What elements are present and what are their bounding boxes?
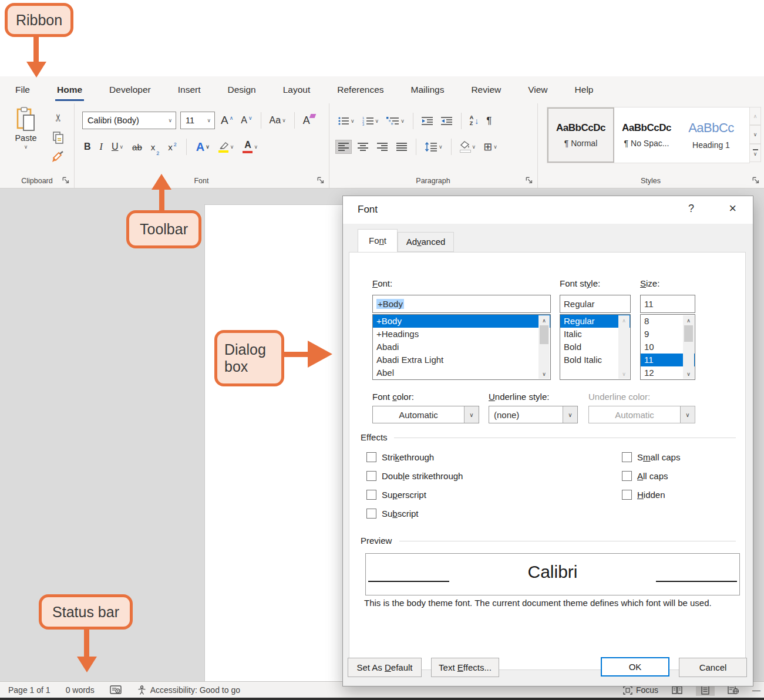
help-icon[interactable]: ? <box>688 203 694 215</box>
font-color-dropdown[interactable]: Automatic ∨ <box>372 406 479 423</box>
strikethrough-checkbox[interactable] <box>366 452 376 462</box>
italic-button[interactable]: I <box>98 140 105 153</box>
double-strikethrough-checkbox[interactable] <box>366 471 376 481</box>
size-list[interactable]: 8 9 10 11 12 ∧ ∨ <box>640 314 695 380</box>
set-as-default-button[interactable]: Set As Default <box>348 658 422 677</box>
size-input[interactable]: 11 <box>640 295 695 313</box>
increase-indent-button[interactable] <box>439 115 455 127</box>
text-effects-button[interactable]: A∨ <box>194 139 211 155</box>
tab-developer[interactable]: Developer <box>109 85 151 95</box>
font-size-combo[interactable]: 11 ∨ <box>180 112 215 129</box>
align-center-button[interactable] <box>355 140 371 153</box>
list-item[interactable]: Abadi <box>373 341 550 354</box>
font-color-button[interactable]: A ∨ <box>241 139 260 154</box>
read-mode-button[interactable] <box>671 685 683 695</box>
tab-view[interactable]: View <box>528 85 547 95</box>
line-spacing-button[interactable]: ∨ <box>423 140 445 153</box>
multilevel-list-button[interactable]: ∨ <box>385 115 406 127</box>
underline-color-dropdown: Automatic ∨ <box>588 406 695 423</box>
font-name-input[interactable]: +Body <box>372 295 551 313</box>
list-item[interactable]: +Body <box>373 315 550 328</box>
style-normal[interactable]: AaBbCcDc ¶ Normal <box>547 107 614 163</box>
close-icon[interactable]: × <box>729 201 736 216</box>
font-style-input[interactable]: Regular <box>560 295 631 313</box>
grow-font-button[interactable]: A∧ <box>219 113 235 128</box>
dialog-title-bar[interactable]: Font ? × <box>343 196 753 224</box>
paragraph-dialog-launcher-icon[interactable] <box>526 177 533 184</box>
font-dialog-launcher-icon[interactable] <box>317 177 325 184</box>
list-item[interactable]: Abel <box>373 366 550 379</box>
cancel-button[interactable]: Cancel <box>679 658 747 677</box>
sort-button[interactable]: AZ ↓ <box>468 113 481 129</box>
all-caps-checkbox[interactable] <box>622 471 632 481</box>
justify-button[interactable] <box>394 140 409 153</box>
format-painter-icon[interactable] <box>52 151 65 163</box>
superscript-button[interactable]: x2 <box>166 141 179 153</box>
small-caps-label: Small caps <box>637 452 680 462</box>
dialog-tab-advanced[interactable]: Advanced <box>398 232 454 252</box>
borders-button[interactable]: ⊞ ∨ <box>482 140 499 154</box>
show-paragraph-marks-button[interactable]: ¶ <box>484 113 493 129</box>
styles-more-icon[interactable]: ∨ <box>749 144 761 162</box>
paste-dropdown-icon[interactable]: ∨ <box>24 144 28 150</box>
paste-button[interactable]: Paste ∨ <box>8 107 43 171</box>
styles-dialog-launcher-icon[interactable] <box>752 177 760 184</box>
web-layout-button[interactable] <box>728 685 739 695</box>
tab-layout[interactable]: Layout <box>283 85 311 95</box>
dialog-tab-font[interactable]: Font <box>358 229 398 252</box>
shrink-font-button[interactable]: A∨ <box>239 114 254 127</box>
numbering-button[interactable]: 123 ∨ <box>361 115 381 127</box>
align-right-button[interactable] <box>375 140 390 153</box>
focus-mode-button[interactable]: Focus <box>623 685 658 695</box>
highlight-color-button[interactable]: ∨ <box>217 140 236 154</box>
style-heading-1[interactable]: AaBbCc Heading 1 <box>679 107 743 163</box>
ok-button[interactable]: OK <box>601 657 669 677</box>
word-count[interactable]: 0 words <box>66 685 95 695</box>
tab-review[interactable]: Review <box>471 85 501 95</box>
font-list[interactable]: +Body +Headings Abadi Abadi Extra Light … <box>372 314 551 380</box>
list-item[interactable]: +Headings <box>373 328 550 341</box>
highlighter-icon <box>218 142 229 153</box>
tab-help[interactable]: Help <box>575 85 594 95</box>
font-name-combo[interactable]: Calibri (Body) ∨ <box>82 112 176 129</box>
tab-references[interactable]: References <box>337 85 383 95</box>
tab-design[interactable]: Design <box>227 85 255 95</box>
tab-mailings[interactable]: Mailings <box>411 85 445 95</box>
text-effects-button-dialog[interactable]: Text Effects... <box>431 658 499 677</box>
small-caps-checkbox[interactable] <box>622 452 632 462</box>
shading-button[interactable]: ∨ <box>458 139 478 154</box>
change-case-button[interactable]: Aa∨ <box>268 114 288 127</box>
strikethrough-button[interactable]: ab <box>130 141 144 153</box>
font-style-list[interactable]: Regular Italic Bold Bold Italic ∧ ∨ <box>560 314 631 380</box>
clipboard-dialog-launcher-icon[interactable] <box>62 177 70 184</box>
font-style-scrollbar[interactable]: ∧ ∨ <box>618 315 630 379</box>
copy-icon[interactable] <box>52 131 64 144</box>
underline-style-dropdown[interactable]: (none) ∨ <box>489 406 578 423</box>
tab-insert[interactable]: Insert <box>178 85 201 95</box>
page-count[interactable]: Page 1 of 1 <box>8 685 51 695</box>
scroll-up-icon: ∧ <box>683 315 694 325</box>
styles-scroll-up-icon[interactable]: ∧ <box>749 107 761 125</box>
accessibility-status[interactable]: Accessibility: Good to go <box>137 685 240 695</box>
tab-home[interactable]: Home <box>57 85 82 95</box>
font-list-scrollbar[interactable]: ∧ ∨ <box>538 315 550 379</box>
tab-file[interactable]: File <box>15 85 30 95</box>
styles-scroll-down-icon[interactable]: ∨ <box>749 125 761 143</box>
style-no-spacing[interactable]: AaBbCcDc ¶ No Spac... <box>614 107 679 163</box>
superscript-checkbox[interactable] <box>366 490 376 500</box>
cut-icon[interactable]: ✂ <box>52 113 65 122</box>
subscript-button[interactable]: x2 <box>149 141 161 153</box>
size-list-scrollbar[interactable]: ∧ ∨ <box>683 315 694 379</box>
underline-button[interactable]: U ∨ <box>110 140 125 153</box>
align-left-button[interactable] <box>336 140 351 153</box>
bold-button[interactable]: B <box>82 140 93 153</box>
decrease-indent-button[interactable] <box>420 115 435 127</box>
clear-formatting-button[interactable]: A <box>301 113 312 128</box>
callout-toolbar-arrow <box>159 188 164 211</box>
zoom-out-icon[interactable]: — <box>752 685 760 695</box>
subscript-checkbox[interactable] <box>366 509 376 519</box>
hidden-checkbox[interactable] <box>622 490 632 500</box>
macro-recording-icon[interactable] <box>110 685 122 695</box>
list-item[interactable]: Abadi Extra Light <box>373 354 550 366</box>
bullets-button[interactable]: ∨ <box>336 115 356 127</box>
